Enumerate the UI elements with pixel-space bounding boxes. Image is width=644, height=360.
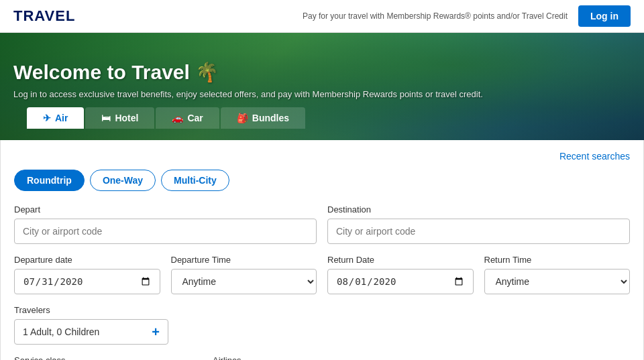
tab-bundles[interactable]: 🎒 Bundles [221,107,305,129]
departure-date-group: Departure date [14,255,160,294]
departure-time-label: Departure Time [171,255,317,265]
tab-air-label: Air [55,113,68,123]
search-area: Recent searches Roundtrip One-Way Multi-… [0,140,644,360]
header-promo: Pay for your travel with Membership Rewa… [303,11,568,21]
airlines-label: Airlines [213,355,400,360]
tab-car[interactable]: 🚗 Car [156,107,219,129]
destination-group: Destination [327,204,630,244]
hero-section: Welcome to Travel 🌴 Log in to access exc… [0,33,644,140]
recent-searches-row: Recent searches [14,151,630,162]
bundles-icon: 🎒 [237,113,248,123]
origin-destination-row: Depart Destination [14,204,630,244]
recent-searches-link[interactable]: Recent searches [559,151,630,162]
service-class-label: Service class [14,355,202,360]
oneway-button[interactable]: One-Way [90,170,156,191]
hero-title: Welcome to Travel 🌴 [13,61,631,84]
return-time-group: Return Time Anytime Morning Afternoon Ev… [484,255,631,294]
destination-input[interactable] [327,219,630,244]
service-airlines-row: Service class Economy Business First Air… [14,355,630,360]
return-date-group: Return Date [327,255,474,294]
hero-subtitle: Log in to access exclusive travel benefi… [13,89,631,99]
header-right: Pay for your travel with Membership Rewa… [303,5,631,27]
service-class-group: Service class Economy Business First [14,355,202,360]
return-date-label: Return Date [327,255,474,265]
roundtrip-button[interactable]: Roundtrip [14,170,85,191]
air-icon: ✈ [43,113,51,123]
hero-title-text: Welcome to Travel [13,61,190,84]
depart-group: Depart [14,204,317,244]
wave-icon: 🌴 [195,61,219,83]
return-time-label: Return Time [484,255,631,265]
login-button[interactable]: Log in [578,5,631,27]
nav-tabs: ✈ Air 🛏 Hotel 🚗 Car 🎒 Bundles [13,107,631,129]
travelers-input-wrap[interactable]: 1 Adult, 0 Children + [14,319,168,345]
travelers-row: Travelers 1 Adult, 0 Children + [14,305,630,345]
depart-input[interactable] [14,219,317,244]
trip-type-row: Roundtrip One-Way Multi-City [14,170,630,191]
tab-car-label: Car [187,113,203,123]
tab-hotel[interactable]: 🛏 Hotel [85,107,154,129]
car-icon: 🚗 [172,113,183,123]
departure-date-label: Departure date [14,255,160,265]
multicity-button[interactable]: Multi-City [161,170,229,191]
travelers-value: 1 Adult, 0 Children [23,326,99,337]
departure-time-select[interactable]: Anytime Morning Afternoon Evening [171,269,317,294]
departure-time-group: Departure Time Anytime Morning Afternoon… [171,255,317,294]
top-header: TRAVEL Pay for your travel with Membersh… [0,0,644,33]
return-date-input[interactable] [327,269,474,294]
return-time-select[interactable]: Anytime Morning Afternoon Evening [484,269,631,294]
depart-label: Depart [14,204,317,215]
tab-bundles-label: Bundles [252,113,289,123]
travelers-label: Travelers [14,305,630,315]
hotel-icon: 🛏 [101,113,111,123]
date-time-row: Departure date Departure Time Anytime Mo… [14,255,630,294]
tab-air[interactable]: ✈ Air [27,107,84,129]
departure-date-input[interactable] [14,269,160,294]
logo: TRAVEL [13,7,75,25]
travelers-plus-button[interactable]: + [152,325,160,339]
destination-label: Destination [327,204,630,215]
tab-hotel-label: Hotel [115,113,138,123]
airlines-group: Airlines All Airlines American Delta Uni… [213,355,400,360]
